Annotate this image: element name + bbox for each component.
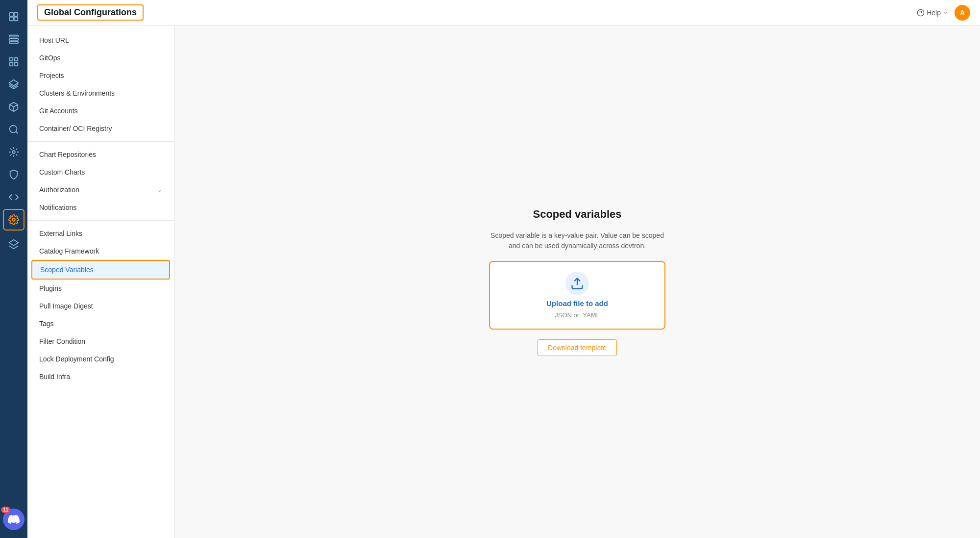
svg-line-13 [10,104,14,107]
sidebar-divider-1 [27,141,174,142]
sidebar-item-git-accounts[interactable]: Git Accounts [27,102,174,120]
sidebar-item-label: GitOps [39,54,61,62]
sidebar-item-projects[interactable]: Projects [27,67,174,84]
upload-icon [565,272,589,295]
sidebar-item-star[interactable] [3,141,24,163]
svg-rect-10 [15,63,18,66]
header: Global Configurations Help A [27,0,980,26]
sidebar-item-label: Authorization [39,186,79,194]
sidebar-item-label: Tags [39,320,54,328]
sidebar-item-host-url[interactable]: Host URL [27,31,174,49]
sidebar-item-code[interactable] [3,186,24,208]
sidebar-item-label: Custom Charts [39,168,85,176]
upload-label: Upload file to add [546,299,608,307]
sidebar-item-label: Container/ OCI Registry [39,125,112,132]
svg-point-18 [12,218,15,221]
sidebar-item-grid[interactable] [3,51,24,73]
svg-rect-6 [9,42,18,44]
svg-rect-0 [10,13,13,16]
scoped-variables-description: Scoped variable is a key-value pair. Val… [484,231,670,251]
sidebar-item-clusters-environments[interactable]: Clusters & Environments [27,84,174,102]
sidebar-item-label: Plugins [39,284,62,292]
svg-marker-19 [9,240,18,246]
svg-rect-4 [9,35,18,37]
svg-point-15 [10,126,17,133]
help-label: Help [927,9,941,17]
sidebar-item-label: Build Infra [39,373,70,381]
svg-rect-8 [15,58,18,61]
sidebar-item-search[interactable] [3,119,24,140]
scoped-variables-title: Scoped variables [533,208,622,221]
svg-line-14 [14,104,18,107]
icon-bar: 11 [0,0,27,538]
sidebar-item-catalog-framework[interactable]: Catalog Framework [27,242,174,260]
sidebar-item-build-infra[interactable]: Build Infra [27,368,174,385]
sidebar-item-lock-deployment-config[interactable]: Lock Deployment Config [27,350,174,368]
sidebar-item-stack[interactable] [3,74,24,95]
sidebar-item-label: Filter Condition [39,337,85,345]
main-content: Scoped variables Scoped variable is a ke… [174,26,980,538]
discord-button[interactable]: 11 [3,509,24,530]
sidebar-item-scoped-variables[interactable]: Scoped Variables [31,260,170,280]
upload-file-box[interactable]: Upload file to add JSON or .YAML [489,261,665,330]
scoped-variables-panel: Scoped variables Scoped variable is a ke… [465,188,690,376]
sidebar-item-label: Chart Repositories [39,151,96,158]
sidebar-item-external-links[interactable]: External Links [27,225,174,242]
sidebar-item-chart-repositories[interactable]: Chart Repositories [27,146,174,163]
page-title: Global Configurations [37,4,144,21]
sidebar-item-filter-condition[interactable]: Filter Condition [27,333,174,350]
download-template-button[interactable]: Download template [538,339,617,356]
sidebar-item-home[interactable] [3,6,24,27]
header-right: Help A [917,5,970,21]
sidebar-item-label: Scoped Variables [40,266,94,274]
sidebar-item-cube[interactable] [3,96,24,118]
sidebar-item-custom-charts[interactable]: Custom Charts [27,163,174,181]
sidebar-item-apps[interactable] [3,28,24,50]
sidebar-item-label: Catalog Framework [39,247,99,255]
svg-rect-1 [14,13,18,16]
upload-hint: JSON or .YAML [555,311,600,319]
sidebar-item-label: Pull Image Digest [39,302,93,310]
sidebar-item-notifications[interactable]: Notifications [27,199,174,216]
svg-rect-5 [9,38,18,40]
sidebar-item-settings[interactable] [3,209,24,231]
svg-rect-2 [10,17,13,21]
sidebar-divider-2 [27,220,174,221]
sidebar-item-container-oci-registry[interactable]: Container/ OCI Registry [27,120,174,137]
user-avatar[interactable]: A [955,5,970,21]
sidebar-item-pull-image-digest[interactable]: Pull Image Digest [27,297,174,315]
sidebar-item-label: Git Accounts [39,107,78,115]
sidebar-item-shield[interactable] [3,164,24,185]
svg-line-16 [16,131,18,133]
sidebar-item-label: Projects [39,72,64,79]
svg-rect-3 [14,17,18,21]
sidebar-item-plugins[interactable]: Plugins [27,280,174,297]
sidebar-item-label: Notifications [39,204,76,211]
svg-point-17 [12,151,15,154]
svg-rect-7 [10,58,13,61]
sidebar-item-label: External Links [39,230,82,237]
help-button[interactable]: Help [917,9,949,17]
sidebar-item-authorization[interactable]: Authorization ⌄ [27,181,174,199]
sidebar-item-layers[interactable] [3,233,24,255]
sidebar-item-label: Clusters & Environments [39,89,115,97]
sidebar-item-label: Host URL [39,36,69,44]
discord-badge-count: 11 [1,507,10,513]
sidebar-item-tags[interactable]: Tags [27,315,174,333]
content-area: Host URL GitOps Projects Clusters & Envi… [27,26,980,538]
sidebar-item-gitops[interactable]: GitOps [27,49,174,67]
svg-rect-9 [10,63,13,66]
chevron-down-icon: ⌄ [157,186,162,193]
sidebar-item-label: Lock Deployment Config [39,355,114,363]
sidebar: Host URL GitOps Projects Clusters & Envi… [27,26,174,538]
